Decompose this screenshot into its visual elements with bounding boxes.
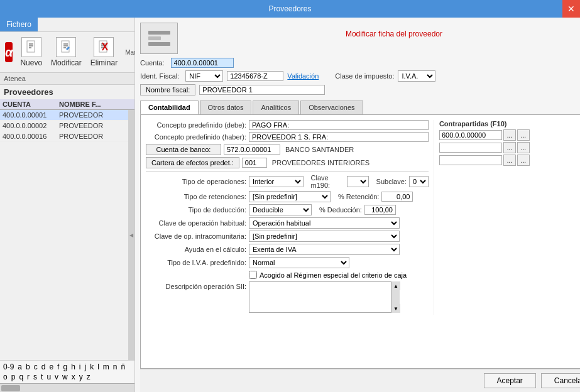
textarea-scroll-down[interactable]: ▼ [391,304,400,313]
close-button[interactable]: ✕ [562,0,580,18]
validacion-link[interactable]: Validación [287,72,319,80]
contra-btn-1b[interactable]: ... [517,129,530,141]
alpha-p[interactable]: p [9,372,18,382]
alpha-m[interactable]: m [101,362,111,372]
contra-row-2: ... ... [439,142,580,153]
alpha-n-tilde[interactable]: ñ [119,362,128,372]
acogido-checkbox[interactable] [249,271,257,279]
clave-m190-select[interactable] [347,176,369,187]
tipo-deduccion-row: Tipo de deducción: Deducible % Deducción… [146,204,429,215]
contra-input-1[interactable] [439,130,502,140]
clave-intracomunitaria-select[interactable]: [Sin predefinir] [249,231,400,242]
alpha-c[interactable]: c [32,362,40,372]
alpha-k[interactable]: k [88,362,96,372]
alpha-z[interactable]: z [85,372,92,382]
alpha-f[interactable]: f [55,362,61,372]
descripcion-sii-textarea[interactable] [249,281,400,313]
eliminar-button[interactable]: Eliminar [87,35,121,70]
proveedores-title: Proveedores [4,87,53,97]
alpha-l[interactable]: l [96,362,101,372]
alpha-q[interactable]: q [17,372,25,382]
nombre-fiscal-button[interactable]: Nombre fiscal: [140,84,195,95]
contrapartidas-label: Contrapartidas (F10) [439,120,580,128]
tipo-operaciones-row: Tipo de operaciones: Interior Clave m190… [146,174,429,189]
tab-analiticos[interactable]: Analíticos [253,101,299,114]
contra-btn-2b[interactable]: ... [517,142,530,153]
clave-intracomunitaria-row: Clave de op. intracomunitaria: [Sin pred… [146,231,429,242]
list-item[interactable]: 400.0.0.00001 PROVEEDOR [0,110,128,121]
contra-btn-3a[interactable]: ... [503,155,516,166]
contra-btn-3b[interactable]: ... [517,155,530,166]
contra-input-2[interactable] [439,143,502,153]
tipo-deduccion-select[interactable]: Deducible [249,204,312,215]
ident-fiscal-row: Ident. Fiscal: NIF Validación Clase de i… [140,70,580,82]
tab-observaciones[interactable]: Observaciones [300,101,363,114]
ayuda-calculo-row: Ayuda en el cálculo: Exenta de IVA [146,244,429,255]
alpha-d[interactable]: d [40,362,48,372]
list-item[interactable]: 400.0.0.00002 PROVEEDOR [0,121,128,131]
row-nombre: PROVEEDOR [59,122,126,129]
alpha-v[interactable]: v [53,372,60,382]
provider-logo [140,23,178,54]
scrollbar-thumb[interactable] [1,385,20,391]
tipo-operaciones-select[interactable]: Interior [249,176,304,187]
horizontal-scrollbar[interactable] [0,383,134,392]
list-item[interactable]: 400.0.0.00016 PROVEEDOR [0,131,128,142]
tab-otros-datos[interactable]: Otros datos [200,101,252,114]
contra-btn-1a[interactable]: ... [503,129,516,141]
textarea-scroll-up[interactable]: ▲ [391,281,400,290]
tab-contabilidad[interactable]: Contabilidad [140,101,199,114]
alpha-i[interactable]: i [77,362,83,372]
subclave-select[interactable]: 0 [409,176,429,187]
modificar-icon [56,37,76,57]
concepto-debe-input[interactable] [249,120,429,130]
cuenta-banco-button[interactable]: Cuenta de banco: [146,144,221,155]
ident-fiscal-type-select[interactable]: NIF [185,70,223,82]
alpha-s[interactable]: s [31,372,39,382]
cuenta-row: Cuenta: [140,58,580,68]
tipo-retenciones-select[interactable]: [Sin predefinir] [249,191,331,202]
alpha-x[interactable]: x [70,372,77,382]
tipo-iva-select[interactable]: Normal [249,257,349,268]
alpha-t[interactable]: t [39,372,45,382]
clase-impuesto-select[interactable]: I.V.A. [398,70,435,82]
retencion-input[interactable] [381,192,413,202]
clave-habitual-select[interactable]: Operación habitual [249,217,400,229]
pct-deduccion-input[interactable] [364,205,396,215]
contra-btn-2a[interactable]: ... [503,142,516,153]
clase-impuesto-label: Clase de impuesto: [335,72,394,80]
modificar-button[interactable]: Modificar [47,35,85,70]
ident-fiscal-label: Ident. Fiscal: [140,72,179,80]
cartera-input[interactable] [242,158,267,168]
cancelar-button[interactable]: Cancelar [541,373,580,388]
modificar-label: Modificar [51,58,82,67]
aceptar-button[interactable]: Aceptar [484,373,536,388]
alpha-e[interactable]: e [47,362,55,372]
alpha-u[interactable]: u [45,372,53,382]
alpha-w[interactable]: w [60,372,70,382]
nuevo-button[interactable]: Nuevo [16,35,46,70]
cuenta-input[interactable] [171,58,234,68]
alpha-j[interactable]: j [82,362,88,372]
ident-fiscal-input[interactable] [227,71,283,81]
alpha-r[interactable]: r [25,372,31,382]
resize-handle[interactable]: ◀ [128,110,134,360]
alpha-o[interactable]: o [1,372,9,382]
cuenta-banco-input[interactable] [224,144,280,155]
ayuda-calculo-select[interactable]: Exenta de IVA [249,244,400,255]
contra-input-3[interactable] [439,155,502,165]
alpha-g[interactable]: g [61,362,69,372]
concepto-haber-input[interactable] [249,132,429,142]
tipo-iva-label: Tipo de I.V.A. predefinido: [146,259,246,266]
cartera-button[interactable]: Cartera de efectos predet.: [146,157,239,168]
alpha-h[interactable]: h [69,362,77,372]
alpha-y[interactable]: y [77,372,85,382]
alpha-b[interactable]: b [24,362,32,372]
alpha-0-9[interactable]: 0-9 [1,362,16,372]
fichero-tab[interactable]: Fichero [0,18,38,31]
subclave-label: Subclave: [376,178,407,185]
nombre-fiscal-input[interactable] [199,85,325,95]
alpha-a[interactable]: a [16,362,24,372]
tabs-row: Contabilidad Otros datos Analíticos Obse… [140,101,580,114]
alpha-n[interactable]: n [111,362,119,372]
